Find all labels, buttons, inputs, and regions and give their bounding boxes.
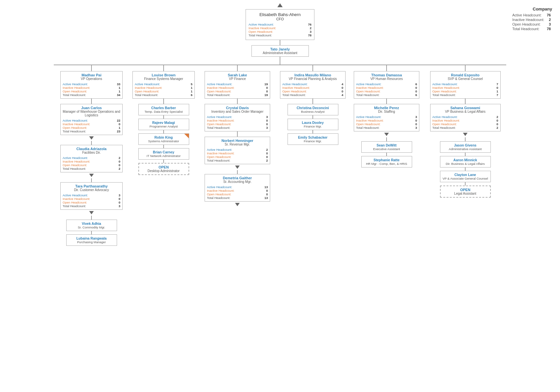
tara-card[interactable]: Tara Parthasarathy Dir. Customer Advocac… <box>60 182 123 210</box>
indira-card[interactable]: Indira Masullo Milano VP Financial Plann… <box>280 71 346 99</box>
rajeev-card[interactable]: Rajeev Malagi Programmer Analyst <box>138 119 189 130</box>
open-desktop-card[interactable]: OPEN Desktop Administrator <box>138 163 189 175</box>
madhav-card[interactable]: Madhav Pai VP Operations Active Headcoun… <box>60 71 123 99</box>
christina-card[interactable]: Christina Deconcini Business Analyst <box>288 104 338 115</box>
org-wrapper: Company Active Headcount: 76 Inactive He… <box>5 3 555 246</box>
demetria-card[interactable]: Demetria Gaither Sr. Accounting Mgr. Act… <box>205 174 270 202</box>
norbert-card[interactable]: Norbert Henninger Sr. Revenue Mgr. Activ… <box>205 137 270 164</box>
sarah-node: Sarah Lake VP Finance Active Headcount:1… <box>198 65 277 246</box>
cfo-title: CFO <box>249 17 311 21</box>
indira-node: Indira Masullo Milano VP Financial Plann… <box>277 65 349 246</box>
top-arrow <box>277 3 283 7</box>
ronald-card[interactable]: Ronald Esposito SVP & General Counsel Ac… <box>430 71 501 99</box>
robin-card[interactable]: Robin King Systems Administrator <box>138 133 189 145</box>
madhav-node: Madhav Pai VP Operations Active Headcoun… <box>54 65 129 246</box>
admin-card[interactable]: Tato Janely Administrative Assistant <box>251 45 309 57</box>
cfo-node: Elisabeth Bahs-Ahern CFO Active Headcoun… <box>246 9 314 57</box>
h-vp-connector <box>10 65 550 65</box>
vivek-card[interactable]: Vivek Adhia Sr. Commodity Mgr. <box>66 220 117 231</box>
cfo-name: Elisabeth Bahs-Ahern <box>249 12 311 17</box>
aaron-card[interactable]: Aaron Minnick Dir. Business & Legal Affa… <box>440 156 491 167</box>
sean-card[interactable]: Sean DeWitt Executive Assistant <box>361 141 412 153</box>
admin-title: Administrative Assistant <box>254 51 307 55</box>
crystal-card[interactable]: Crystal Davis Inventory and Sales Order … <box>205 104 270 131</box>
cfo-row: Elisabeth Bahs-Ahern CFO Active Headcoun… <box>10 9 550 57</box>
jason-card[interactable]: Jason Givens Administrative Assistant <box>440 141 491 153</box>
stephanie-card[interactable]: Stephanie Ratte HR Mgr - Comp, Ben, & HR… <box>361 156 412 167</box>
sarah-card[interactable]: Sarah Lake VP Finance Active Headcount:1… <box>205 71 270 99</box>
charles-card[interactable]: Charles Barber Temp. Data Entry Speciali… <box>138 104 189 115</box>
vp-row: Madhav Pai VP Operations Active Headcoun… <box>10 65 550 246</box>
admin-name: Tato Janely <box>254 47 307 51</box>
ronald-node: Ronald Esposito SVP & General Counsel Ac… <box>424 65 506 246</box>
louise-node: Louise Brown Finance Systems Manager Act… <box>129 65 198 246</box>
louise-card[interactable]: Louise Brown Finance Systems Manager Act… <box>132 71 195 99</box>
juancarlos-card[interactable]: Juan Carlos Manager of Warehouse Operati… <box>60 104 123 135</box>
emily-card[interactable]: Emily Schabacker Finance Mgr. <box>288 133 338 145</box>
thomas-node: Thomas Damassa VP Human Resources Active… <box>349 65 424 246</box>
org-chart: Elisabeth Bahs-Ahern CFO Active Headcoun… <box>10 3 550 246</box>
clayton-card[interactable]: Clayton Lane VP & Associate General Coun… <box>440 171 491 182</box>
cfo-card[interactable]: Elisabeth Bahs-Ahern CFO Active Headcoun… <box>246 9 314 40</box>
michelle-card[interactable]: Michelle Perez Dir. Staffing Active Head… <box>354 104 419 131</box>
open-legal-card[interactable]: OPEN Legal Assistant <box>440 186 491 198</box>
v-line-cfo-admin <box>280 40 280 45</box>
thomas-card[interactable]: Thomas Damassa VP Human Resources Active… <box>354 71 419 99</box>
laura-card[interactable]: Laura Dooley Finance Mgr. <box>288 119 338 130</box>
sahana-card[interactable]: Sahana Goswami VP Business & Legal Affai… <box>430 104 501 131</box>
claudia-card[interactable]: Claudia Adriazola Facilities Dir. Active… <box>60 145 123 172</box>
lubaina-card[interactable]: Lubaina Rangwala Purchasing Manager <box>66 234 117 246</box>
brian-card[interactable]: Brian Carney IT Network Administrator <box>138 148 189 160</box>
v-cfo-vps <box>10 57 550 65</box>
